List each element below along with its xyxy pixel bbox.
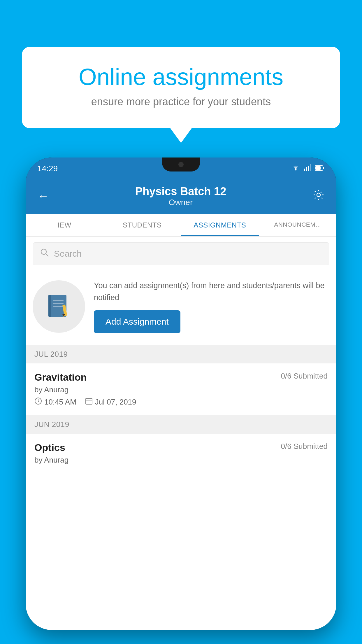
phone-notch (162, 158, 200, 172)
svg-rect-20 (86, 398, 92, 404)
assignment-time: 10:45 AM (44, 398, 76, 407)
signal-icon (304, 164, 311, 173)
tab-students[interactable]: STUDENTS (103, 214, 181, 236)
add-assignment-button[interactable]: Add Assignment (94, 310, 180, 333)
tabs-bar: IEW STUDENTS ASSIGNMENTS ANNOUNCEM... (26, 214, 336, 237)
search-bar[interactable]: Search (33, 242, 329, 265)
app-header: ← Physics Batch 12 Owner (26, 179, 336, 214)
meta-date: Jul 07, 2019 (85, 397, 136, 407)
svg-rect-14 (53, 303, 64, 304)
tab-assignments[interactable]: ASSIGNMENTS (181, 214, 259, 236)
assignment-date: Jul 07, 2019 (95, 398, 136, 407)
assignment-right: You can add assignment(s) from here and … (94, 280, 329, 333)
assignment-submitted-optics: 0/6 Submitted (281, 442, 328, 451)
meta-time: 10:45 AM (34, 397, 76, 407)
svg-point-0 (295, 169, 297, 171)
status-bar: 14:29 (26, 158, 336, 179)
content-area: Search (26, 237, 336, 630)
svg-rect-13 (53, 300, 64, 301)
tab-iew[interactable]: IEW (26, 214, 103, 236)
header-center: Physics Batch 12 Owner (135, 185, 226, 207)
assignment-item-gravitation[interactable]: Gravitation 0/6 Submitted by Anurag 10:4… (26, 363, 336, 415)
settings-icon[interactable] (312, 189, 325, 204)
speech-bubble-subtitle: ensure more practice for your students (45, 96, 317, 108)
svg-point-8 (317, 193, 320, 197)
svg-rect-15 (53, 306, 64, 307)
month-separator-jul: JUL 2019 (26, 345, 336, 363)
notebook-illustration (47, 293, 71, 320)
clock-icon (34, 397, 42, 407)
svg-rect-12 (48, 295, 51, 317)
tab-announcements[interactable]: ANNOUNCEM... (259, 214, 337, 236)
phone-screen: ← Physics Batch 12 Owner IEW STUDENTS AS… (26, 179, 336, 630)
svg-rect-6 (323, 167, 324, 169)
assignment-title-optics: Optics (34, 442, 65, 453)
svg-rect-7 (315, 166, 321, 170)
speech-bubble-container: Online assignments ensure more practice … (22, 47, 340, 128)
back-button[interactable]: ← (37, 190, 49, 203)
svg-line-10 (46, 254, 48, 256)
month-separator-jun: JUN 2019 (26, 415, 336, 434)
assignment-icon-circle (33, 280, 85, 333)
calendar-icon (85, 397, 93, 407)
battery-icon (315, 164, 325, 173)
header-title: Physics Batch 12 (135, 185, 226, 198)
assignment-item-optics[interactable]: Optics 0/6 Submitted by Anurag (26, 434, 336, 476)
assignment-item-header-optics: Optics 0/6 Submitted (34, 442, 328, 453)
add-assignment-section: You can add assignment(s) from here and … (26, 271, 336, 345)
search-bar-container: Search (26, 237, 336, 271)
assignment-submitted: 0/6 Submitted (281, 372, 328, 381)
camera-dot (178, 162, 184, 167)
status-icons (291, 164, 325, 173)
search-placeholder: Search (54, 249, 82, 259)
assignment-description: You can add assignment(s) from here and … (94, 280, 329, 303)
svg-rect-1 (304, 169, 305, 171)
svg-rect-3 (308, 166, 309, 171)
assignment-item-header: Gravitation 0/6 Submitted (34, 372, 328, 383)
assignment-title: Gravitation (34, 372, 87, 383)
wifi-icon (291, 164, 300, 173)
header-subtitle: Owner (135, 198, 226, 207)
svg-rect-4 (310, 164, 311, 171)
phone-frame: 14:29 (26, 158, 336, 630)
speech-bubble: Online assignments ensure more practice … (22, 47, 340, 128)
svg-point-9 (41, 249, 46, 254)
assignment-by: by Anurag (34, 385, 328, 394)
status-time: 14:29 (37, 164, 58, 173)
assignment-meta: 10:45 AM Jul 07, 2019 (34, 397, 328, 407)
search-icon (40, 248, 49, 260)
svg-rect-2 (306, 167, 307, 171)
assignment-by-optics: by Anurag (34, 456, 328, 465)
speech-bubble-title: Online assignments (45, 64, 317, 90)
